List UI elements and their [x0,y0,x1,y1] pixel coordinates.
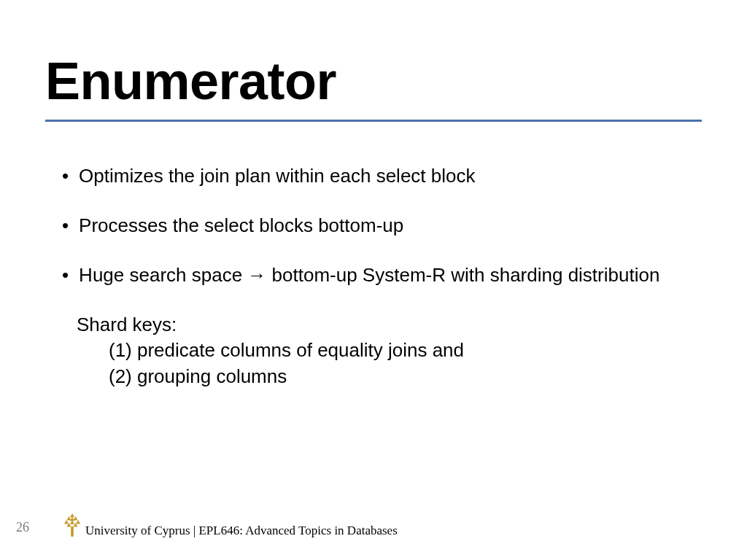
bullet-marker-icon: • [62,214,69,238]
bullet-text: Huge search space → bottom-up System-R w… [79,263,659,288]
university-logo-icon [62,513,82,538]
bullet-item: • Huge search space → bottom-up System-R… [62,263,703,288]
footer-inner: University of Cyprus | EPL646: Advanced … [62,513,398,538]
sub-line-1: (1) predicate columns of equality joins … [77,338,703,363]
bullet-text: Optimizes the join plan within each sele… [79,164,475,189]
page-number: 26 [16,520,29,535]
bullet-marker-icon: • [62,164,69,189]
title-block: Enumerator [45,51,702,122]
svg-rect-0 [71,526,74,537]
sub-line-2: (2) grouping columns [77,364,703,389]
svg-marker-6 [76,520,80,524]
sub-header: Shard keys: [77,312,703,338]
slide: Enumerator • Optimizes the join plan wit… [0,0,747,560]
sub-block: Shard keys: (1) predicate columns of equ… [77,312,703,389]
slide-title: Enumerator [45,51,702,111]
footer-text: University of Cyprus | EPL646: Advanced … [85,524,398,538]
bullet-item: • Optimizes the join plan within each se… [62,164,703,189]
title-underline [45,120,702,122]
svg-marker-5 [64,520,69,524]
svg-marker-1 [70,513,74,518]
bullet-text: Processes the select blocks bottom-up [79,214,403,238]
bullet-item: • Processes the select blocks bottom-up [62,214,703,238]
content-area: • Optimizes the join plan within each se… [62,164,703,389]
bullet-marker-icon: • [62,263,69,288]
